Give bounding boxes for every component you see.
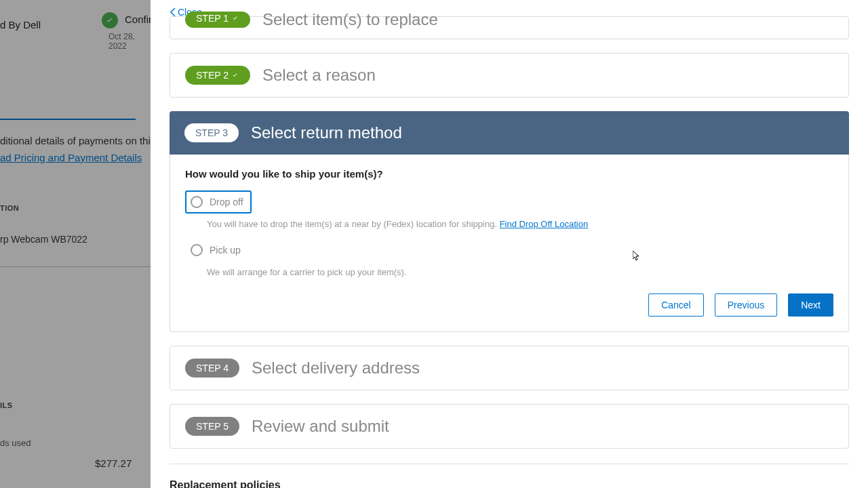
step-chip-4: STEP 4	[185, 359, 239, 378]
background-page: d By Dell Confir Oct 28, 2022 ditional d…	[0, 0, 151, 488]
radio-circle-icon	[191, 196, 203, 208]
step-header-3: STEP 3 Select return method	[170, 111, 849, 155]
step-chip-1: STEP 1	[185, 12, 250, 28]
find-dropoff-link[interactable]: Find Drop Off Location	[500, 219, 589, 229]
cancel-button[interactable]: Cancel	[648, 293, 704, 317]
radio-circle-icon	[191, 244, 203, 256]
check-icon	[231, 14, 239, 22]
step-card-5[interactable]: STEP 5 Review and submit	[170, 404, 849, 449]
step-title-1: Select item(s) to replace	[262, 10, 438, 29]
replacement-panel: Close STEP 1 Select item(s) to replace S…	[151, 0, 868, 488]
bg-date: Oct 28, 2022	[108, 32, 151, 51]
step-card-2[interactable]: STEP 2 Select a reason	[170, 53, 849, 98]
ship-radio-group: Drop off You will have to drop the item(…	[185, 190, 833, 277]
bg-divider-2	[0, 266, 151, 267]
radio-pickup-desc: We will arrange for a carrier to pick up…	[207, 267, 833, 277]
bg-details-text: ditional details of payments on thi	[0, 135, 151, 146]
radio-dropoff-desc: You will have to drop the item(s) at a n…	[207, 219, 833, 229]
step-title-4: Select delivery address	[252, 359, 420, 378]
radio-dropoff[interactable]: Drop off	[185, 190, 252, 214]
radio-pickup[interactable]: Pick up	[185, 239, 249, 262]
ship-question: How would you like to ship your item(s)?	[185, 168, 833, 180]
bg-price: $277.27	[95, 458, 151, 469]
bg-confirm-text: Confir	[125, 14, 152, 25]
radio-pickup-label: Pick up	[210, 245, 241, 256]
step-chip-3: STEP 3	[184, 123, 239, 142]
bg-pricing-link[interactable]: ad Pricing and Payment Details	[0, 152, 151, 163]
step-chip-5: STEP 5	[185, 417, 239, 436]
step-title-2: Select a reason	[262, 66, 376, 85]
policies-divider	[170, 464, 849, 464]
close-button[interactable]: Close	[151, 0, 868, 18]
bg-product: rp Webcam WB7022	[0, 234, 151, 245]
radio-dropoff-label: Drop off	[210, 197, 243, 207]
step-title-3: Select return method	[251, 123, 402, 142]
bg-ils-label: ILS	[0, 401, 151, 409]
bg-divider	[0, 119, 136, 120]
previous-button[interactable]: Previous	[715, 293, 777, 317]
bg-tion-label: TION	[0, 204, 151, 212]
step-card-4[interactable]: STEP 4 Select delivery address	[170, 346, 849, 390]
step-card-3: STEP 3 Select return method How would yo…	[170, 111, 849, 332]
check-circle-icon	[102, 12, 118, 28]
check-icon	[231, 71, 239, 79]
next-button[interactable]: Next	[788, 293, 833, 317]
step-card-1[interactable]: STEP 1 Select item(s) to replace	[170, 16, 849, 39]
step-title-5: Review and submit	[252, 417, 389, 436]
bg-used: ds used	[0, 438, 151, 448]
policies-title: Replacement policies	[170, 479, 834, 488]
step-chip-2: STEP 2	[185, 66, 250, 85]
chevron-left-icon	[170, 7, 176, 17]
